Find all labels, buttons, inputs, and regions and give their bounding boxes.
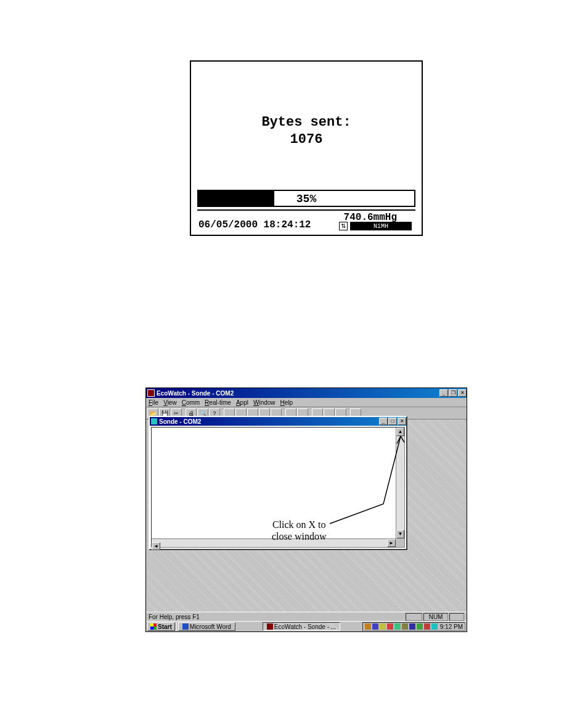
tray-icon-1[interactable] (365, 623, 371, 630)
progress-bar: 35% (197, 190, 415, 207)
word-icon (182, 623, 189, 630)
taskbar: Start Microsoft Word EcoWatch - Sonde - … (146, 621, 467, 631)
menu-realtime[interactable]: Real-time (205, 399, 231, 406)
taskbar-item-word[interactable]: Microsoft Word (178, 622, 235, 631)
child-close-button[interactable]: ✕ (398, 418, 406, 425)
device-status-row: 06/05/2000 18:24:12 740.6mmHg ⇅ NiMH (197, 209, 415, 234)
tray-icon-4[interactable] (387, 623, 393, 630)
statusbar-text: For Help, press F1 (149, 614, 404, 620)
menu-comm[interactable]: Comm (182, 399, 200, 406)
device-datetime: 06/05/2000 18:24:12 (198, 219, 311, 230)
app-icon[interactable] (147, 389, 155, 397)
task-word-label: Microsoft Word (190, 623, 231, 630)
child-title-text: Sonde - COM2 (159, 418, 378, 425)
scroll-down-arrow-icon[interactable]: ▼ (396, 530, 404, 538)
ecowatch-icon (267, 623, 273, 630)
child-titlebar[interactable]: Sonde - COM2 _ □ ✕ (150, 417, 406, 426)
bytes-sent-label: Bytes sent: (261, 115, 351, 130)
device-panel: Bytes sent: 1076 35% 06/05/2000 18:24:12… (190, 60, 423, 236)
tray-icon-3[interactable] (380, 623, 386, 630)
statusbar-cell-1 (406, 613, 422, 621)
ecowatch-screenshot: EcoWatch - Sonde - COM2 _ ❐ ✕ File View … (145, 387, 467, 632)
main-titlebar[interactable]: EcoWatch - Sonde - COM2 _ ❐ ✕ (146, 388, 467, 398)
windows-logo-icon (150, 623, 157, 630)
tray-icon-8[interactable] (417, 623, 423, 630)
statusbar-num: NUM (423, 613, 449, 621)
bytes-sent-value: 1076 (290, 132, 323, 147)
main-restore-button[interactable]: ❐ (449, 389, 457, 397)
main-close-button[interactable]: ✕ (458, 389, 467, 397)
system-tray[interactable]: 9:12 PM (362, 622, 465, 631)
taskbar-item-ecowatch[interactable]: EcoWatch - Sonde - ... (263, 622, 340, 631)
start-label: Start (158, 623, 172, 630)
sonde-child-window: Sonde - COM2 _ □ ✕ ▲ ▼ ◄ ► (149, 416, 407, 550)
scroll-up-arrow-icon[interactable]: ▲ (396, 428, 404, 436)
main-minimize-button[interactable]: _ (439, 389, 448, 397)
child-maximize-button[interactable]: □ (388, 418, 397, 425)
menu-view[interactable]: View (163, 399, 177, 406)
statusbar-cell-3 (449, 613, 464, 621)
tray-icon-5[interactable] (394, 623, 401, 630)
scroll-right-arrow-icon[interactable]: ► (387, 539, 396, 547)
tray-icon-2[interactable] (372, 623, 378, 630)
scroll-left-arrow-icon[interactable]: ◄ (152, 542, 160, 550)
annotation-text: Click on X to close window (272, 519, 326, 542)
tray-icon-9[interactable] (424, 623, 430, 630)
charging-icon: ⇅ (339, 222, 348, 230)
child-window-icon[interactable] (151, 418, 157, 424)
taskbar-separator (176, 622, 177, 631)
scroll-corner (396, 538, 404, 547)
menubar: File View Comm Real-time Appl Window Hel… (146, 398, 467, 407)
battery-indicator: NiMH (350, 222, 412, 230)
child-minimize-button[interactable]: _ (379, 418, 388, 425)
mdi-client-area: Sonde - COM2 _ □ ✕ ▲ ▼ ◄ ► (147, 420, 465, 622)
task-active-label: EcoWatch - Sonde - ... (274, 623, 336, 630)
ecowatch-main-window: EcoWatch - Sonde - COM2 _ ❐ ✕ File View … (146, 388, 467, 622)
menu-file[interactable]: File (149, 399, 158, 406)
tray-icon-10[interactable] (431, 623, 438, 630)
tray-icon-7[interactable] (409, 623, 415, 630)
menu-help[interactable]: Help (280, 399, 293, 406)
tray-clock[interactable]: 9:12 PM (439, 623, 463, 630)
child-client-area: ▲ ▼ ◄ ► Click on X to close window (151, 427, 405, 548)
menu-window[interactable]: Window (253, 399, 276, 406)
main-title: EcoWatch - Sonde - COM2 (157, 390, 439, 397)
progress-percent: 35% (198, 193, 414, 205)
bytes-sent-message: Bytes sent: 1076 (191, 114, 422, 148)
menu-appl[interactable]: Appl (236, 399, 248, 406)
statusbar: For Help, press F1 NUM (146, 612, 467, 621)
vertical-scrollbar[interactable]: ▲ ▼ (396, 428, 404, 538)
tray-icon-6[interactable] (402, 623, 408, 630)
start-button[interactable]: Start (147, 622, 175, 631)
